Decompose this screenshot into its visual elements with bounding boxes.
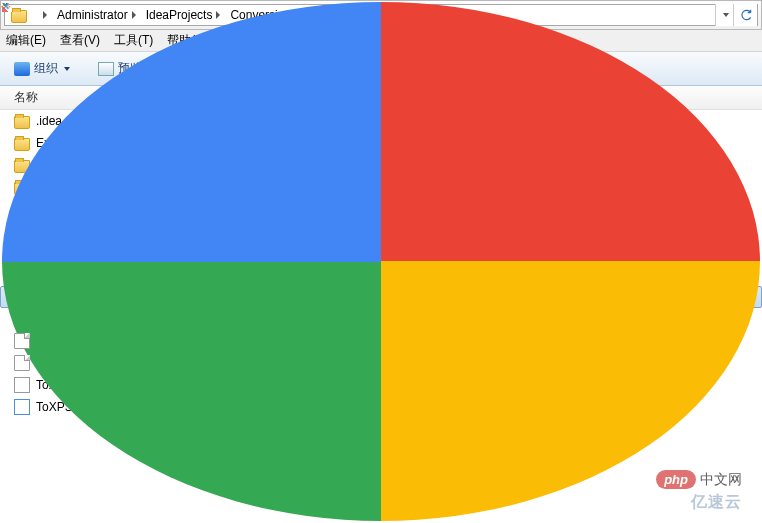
folder-icon <box>14 116 30 129</box>
menu-view[interactable]: 查看(V) <box>60 32 100 49</box>
watermark-php: php 中文网 <box>656 470 742 489</box>
watermark-yisu: 亿速云 <box>691 492 742 513</box>
menu-tools[interactable]: 工具(T) <box>114 32 153 49</box>
folder-icon <box>11 10 27 23</box>
chevron-right-icon <box>132 11 136 19</box>
file-list: .idea2019/12/16 14:57文件夹ExceclToImg2019/… <box>0 110 762 418</box>
breadcrumb-item[interactable]: Administrator <box>51 5 140 25</box>
file-row[interactable]: ToHtml.html2019/12/16 14:12Chrome HTML D… <box>0 264 762 286</box>
file-icon <box>14 333 30 349</box>
refresh-button[interactable] <box>733 4 757 26</box>
xml-icon <box>14 377 30 393</box>
breadcrumb-item[interactable]: IdeaProjects <box>140 5 225 25</box>
chevron-right-icon <box>216 11 220 19</box>
chevron-right-icon <box>43 11 47 19</box>
breadcrumb-item-root[interactable] <box>33 5 51 25</box>
folder-icon <box>14 138 30 151</box>
organize-label: 组织 <box>34 60 58 77</box>
menu-edit[interactable]: 编辑(E) <box>6 32 46 49</box>
xps-icon <box>14 399 30 415</box>
watermark-text: 中文网 <box>700 471 742 489</box>
organize-button[interactable]: 组织 <box>8 57 76 80</box>
refresh-icon <box>739 8 753 22</box>
file-icon <box>14 355 30 371</box>
organize-icon <box>14 62 30 76</box>
address-dropdown-button[interactable] <box>715 4 733 26</box>
watermark-badge: php <box>656 470 696 489</box>
chevron-down-icon <box>723 13 729 17</box>
chevron-down-icon <box>64 67 70 71</box>
preview-icon <box>98 62 114 76</box>
html-icon <box>14 267 30 283</box>
